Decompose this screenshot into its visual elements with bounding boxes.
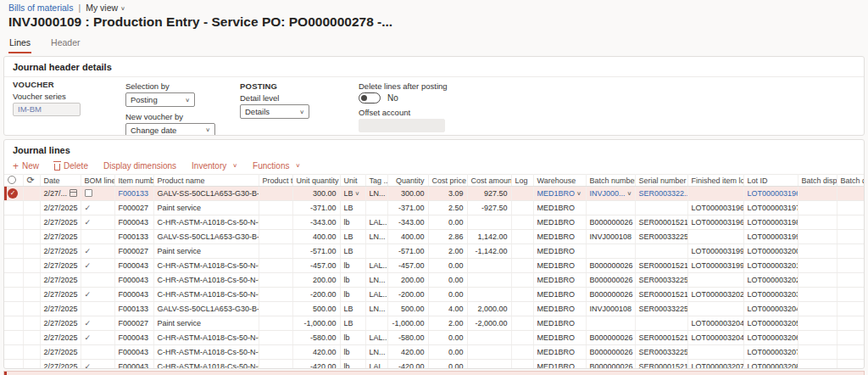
cell-serial-number[interactable]: SER0003322...∨: [635, 187, 687, 201]
cell-quantity[interactable]: -580.00: [387, 331, 428, 345]
row-select-cell[interactable]: [4, 273, 23, 288]
table-row[interactable]: 2/27/2025✓F000043C-HR-ASTM-A1018-Cs-50-N…: [4, 288, 865, 302]
cell-serial-number[interactable]: SER000332254: [635, 230, 687, 244]
cell-product-type[interactable]: [259, 302, 292, 316]
cell-warehouse[interactable]: MED1BRO: [533, 201, 586, 215]
cell-cost-price[interactable]: 2.00: [428, 316, 467, 331]
cell-product-name[interactable]: GALV-SS-50CL1A653-G30-B-C / GALV-SS...: [153, 230, 259, 244]
cell-tag[interactable]: [365, 316, 387, 331]
table-row[interactable]: 2/27/2025✓F000027Paint service-1,000.00L…: [4, 316, 865, 331]
cell-warehouse[interactable]: MED1BRO: [533, 316, 586, 331]
cell-log[interactable]: [511, 273, 533, 288]
row-select-cell[interactable]: [4, 215, 23, 230]
cell-bom-line[interactable]: ✓: [81, 316, 114, 331]
cell-date[interactable]: 2/27/2025: [40, 244, 81, 259]
cell-serial-number[interactable]: SER000015211: [635, 288, 687, 302]
cell-batch-disp[interactable]: [837, 215, 865, 230]
cell-batch-disp[interactable]: [837, 331, 865, 345]
cell-product-name[interactable]: C-HR-ASTM-A1018-Cs-50-N-CU-P / C-H...: [153, 331, 259, 345]
display-dimensions-button[interactable]: Display dimensions: [103, 161, 176, 171]
cell-quantity[interactable]: 300.00: [387, 187, 428, 201]
cell-serial-number[interactable]: SER000015211: [635, 259, 687, 273]
cell-log[interactable]: [511, 215, 533, 230]
cell-item-number[interactable]: F000043: [114, 345, 153, 360]
cell-lot-id[interactable]: LOT000003203: [743, 288, 798, 302]
cell-warehouse[interactable]: MED1BRO: [533, 360, 586, 370]
cell-date[interactable]: 2/27/2025: [40, 259, 81, 273]
row-select-cell[interactable]: [4, 360, 23, 370]
cell-batch-disposition[interactable]: [798, 302, 837, 316]
cell-unit[interactable]: lb: [340, 288, 365, 302]
cell-quantity[interactable]: -1,000.00: [387, 316, 428, 331]
cell-batch-disposition[interactable]: [798, 288, 837, 302]
cell-item-number[interactable]: F000043: [114, 360, 153, 370]
cell-lot-id[interactable]: LOT000003196: [743, 187, 798, 201]
cell-bom-line[interactable]: [81, 345, 114, 360]
my-view-selector[interactable]: My view∨: [86, 3, 125, 13]
cell-bom-line[interactable]: ✓: [81, 201, 114, 215]
cell-lot-id[interactable]: LOT000003202: [743, 273, 798, 288]
cell-product-type[interactable]: [259, 345, 292, 360]
column-header-unit[interactable]: Unit: [340, 175, 365, 187]
cell-tag[interactable]: LAL...: [365, 288, 387, 302]
functions-menu[interactable]: Functions∨: [253, 161, 300, 171]
cell-warehouse[interactable]: MED1BRO: [533, 345, 586, 360]
cell-cost-price[interactable]: 0.00: [428, 273, 467, 288]
cell-finished-item-lot[interactable]: LOT000003204: [687, 316, 743, 331]
row-select-cell[interactable]: [4, 244, 23, 259]
cell-quantity[interactable]: 200.00: [387, 273, 428, 288]
cell-item-number[interactable]: F000027: [114, 244, 153, 259]
cell-cost-amount[interactable]: 2,000.00: [467, 302, 511, 316]
column-header-batch-disp[interactable]: Batch disp...: [837, 175, 865, 187]
new-voucher-by-select[interactable]: Change date∨: [125, 123, 215, 136]
cell-batch-disp[interactable]: [837, 273, 865, 288]
cell-batch-disposition[interactable]: [798, 187, 837, 201]
cell-unit[interactable]: LB∨: [340, 187, 365, 201]
cell-serial-number[interactable]: SER000015212: [635, 331, 687, 345]
cell-tag[interactable]: LN...: [365, 187, 387, 201]
row-select-cell[interactable]: ✓: [4, 187, 23, 201]
cell-unit-quantity[interactable]: 200.00: [292, 273, 340, 288]
cell-unit-quantity[interactable]: -371.00: [292, 201, 340, 215]
cell-unit-quantity[interactable]: -457.00: [292, 259, 340, 273]
cell-cost-amount[interactable]: 927.50: [467, 187, 511, 201]
cell-unit[interactable]: lb: [340, 345, 365, 360]
cell-product-type[interactable]: [259, 331, 292, 345]
column-header-cost-price[interactable]: Cost price: [428, 175, 467, 187]
cell-log[interactable]: [511, 259, 533, 273]
cell-quantity[interactable]: -420.00: [387, 360, 428, 370]
cell-batch-disposition[interactable]: [798, 345, 837, 360]
column-header-bom-line[interactable]: BOM line: [81, 175, 114, 187]
cell-unit-quantity[interactable]: -420.00: [292, 360, 340, 370]
cell-serial-number[interactable]: SER000015211: [635, 215, 687, 230]
cell-date[interactable]: 2/27/2025: [40, 288, 81, 302]
cell-item-number[interactable]: F000043: [114, 288, 153, 302]
cell-finished-item-lot[interactable]: LOT000003204: [687, 331, 743, 345]
cell-product-type[interactable]: [259, 273, 292, 288]
cell-unit-quantity[interactable]: -580.00: [292, 331, 340, 345]
inventory-menu[interactable]: Inventory∨: [192, 161, 237, 171]
cell-finished-item-lot[interactable]: LOT000003199: [687, 259, 743, 273]
cell-batch-disp[interactable]: [837, 187, 865, 201]
column-header-unit-quantity[interactable]: Unit quantity: [292, 175, 340, 187]
cell-date[interactable]: 2/27/2025: [40, 215, 81, 230]
cell-unit[interactable]: lb: [340, 273, 365, 288]
cell-serial-number[interactable]: [635, 244, 687, 259]
cell-warehouse[interactable]: MED1BRO: [533, 288, 586, 302]
cell-cost-amount[interactable]: [467, 331, 511, 345]
table-row[interactable]: 2/27/2025✓F000043C-HR-ASTM-A1018-Cs-50-N…: [4, 360, 865, 370]
cell-product-name[interactable]: C-HR-ASTM-A1018-Cs-50-N-CU-P / C-H...: [153, 288, 259, 302]
cell-quantity[interactable]: -571.00: [387, 244, 428, 259]
column-header-serial-number[interactable]: Serial number: [635, 175, 687, 187]
cell-lot-id[interactable]: LOT000003205: [743, 316, 798, 331]
cell-unit-quantity[interactable]: 300.00: [292, 187, 340, 201]
cell-warehouse[interactable]: MED1BRO: [533, 244, 586, 259]
cell-unit[interactable]: LB: [340, 316, 365, 331]
cell-product-name[interactable]: Paint service: [153, 316, 259, 331]
cell-tag[interactable]: LN...: [365, 230, 387, 244]
column-header-cost-amount[interactable]: Cost amount: [467, 175, 511, 187]
cell-item-number[interactable]: F000133: [114, 302, 153, 316]
cell-warehouse[interactable]: MED1BRO: [533, 331, 586, 345]
bom-line-checkbox[interactable]: [85, 189, 92, 197]
cell-cost-amount[interactable]: 1,142.00: [467, 230, 511, 244]
